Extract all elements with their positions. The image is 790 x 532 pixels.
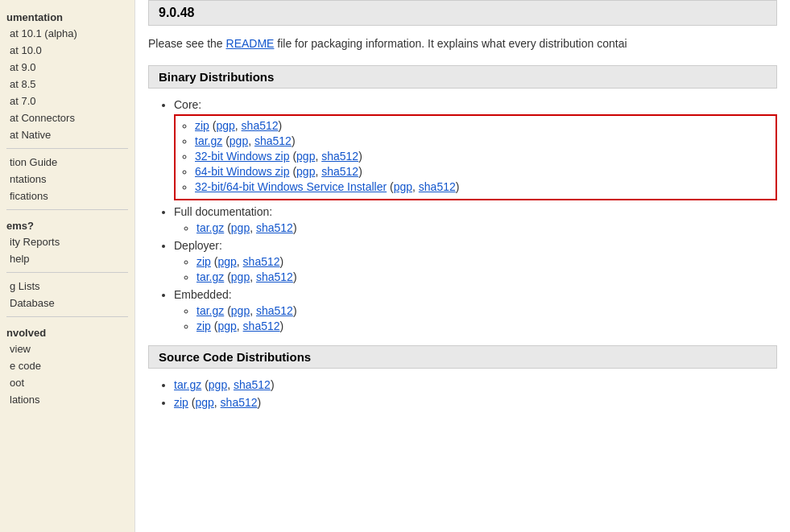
deployer-sublist: zip (pgp, sha512) tar.gz (pgp, sha512): [196, 255, 777, 283]
embedded-targz: tar.gz (pgp, sha512): [196, 304, 777, 317]
main-content: 9.0.48 Please see the README file for pa…: [135, 0, 790, 532]
sidebar-item-security-reports[interactable]: ity Reports: [0, 233, 134, 250]
deployer-targz-link[interactable]: tar.gz: [196, 270, 224, 283]
source-targz-link[interactable]: tar.gz: [174, 378, 201, 391]
core-service-installer-link[interactable]: 32-bit/64-bit Windows Service Installer: [195, 180, 387, 193]
core-sublist: zip (pgp, sha512) tar.gz (pgp, sha512) 3…: [174, 114, 777, 200]
core-zip-link[interactable]: zip: [195, 119, 209, 132]
full-doc-targz: tar.gz (pgp, sha512): [196, 221, 777, 234]
core-targz-sha512[interactable]: sha512: [254, 134, 292, 147]
sidebar-divider-3: [6, 272, 128, 273]
source-zip-sha512[interactable]: sha512: [221, 396, 258, 409]
sidebar-item-10-1-alpha[interactable]: at 10.1 (alpha): [0, 25, 134, 42]
deployer-label: Deployer:: [174, 239, 222, 252]
core-service-sha512[interactable]: sha512: [419, 180, 456, 193]
source-targz-pgp[interactable]: pgp: [209, 378, 227, 391]
sidebar-item-translations[interactable]: lations: [0, 391, 134, 408]
readme-paragraph: Please see the README file for packaging…: [148, 35, 777, 52]
embedded-zip: zip (pgp, sha512): [196, 320, 777, 332]
deployer-targz-sha512[interactable]: sha512: [256, 270, 293, 283]
deployer-zip: zip (pgp, sha512): [196, 255, 777, 268]
embedded-targz-sha512[interactable]: sha512: [256, 304, 293, 317]
sidebar-item-overview[interactable]: view: [0, 340, 134, 357]
sidebar-item-connectors[interactable]: at Connectors: [0, 109, 134, 126]
readme-pre-text: Please see the: [148, 37, 226, 50]
core-service-pgp[interactable]: pgp: [394, 180, 412, 193]
core-zip-sha512[interactable]: sha512: [242, 119, 279, 132]
core-label: Core:: [174, 98, 201, 111]
core-64bit-sha512[interactable]: sha512: [321, 165, 358, 178]
source-distributions-header: Source Code Distributions: [148, 345, 777, 369]
embedded-zip-sha512[interactable]: sha512: [243, 320, 280, 332]
sidebar-item-7-0[interactable]: at 7.0: [0, 93, 134, 109]
sidebar-item-bugoot[interactable]: oot: [0, 374, 134, 391]
source-zip-link[interactable]: zip: [174, 396, 188, 409]
embedded-item: Embedded: tar.gz (pgp, sha512) zip (pgp,…: [174, 288, 777, 332]
sidebar-item-9-0[interactable]: at 9.0: [0, 59, 134, 76]
core-64bit-pgp[interactable]: pgp: [296, 165, 315, 178]
deployer-item: Deployer: zip (pgp, sha512) tar.gz (pgp,…: [174, 239, 777, 283]
embedded-sublist: tar.gz (pgp, sha512) zip (pgp, sha512): [196, 304, 777, 332]
sidebar-item-native[interactable]: at Native: [0, 126, 134, 143]
sidebar-item-8-5[interactable]: at 8.5: [0, 76, 134, 93]
sidebar: umentation at 10.1 (alpha) at 10.0 at 9.…: [0, 0, 135, 532]
core-zip-pgp[interactable]: pgp: [216, 119, 234, 132]
source-zip: zip (pgp, sha512): [174, 396, 777, 409]
full-doc-sublist: tar.gz (pgp, sha512): [196, 221, 777, 234]
embedded-label: Embedded:: [174, 288, 232, 301]
binary-distributions-header: Binary Distributions: [148, 65, 777, 89]
deployer-zip-link[interactable]: zip: [196, 255, 211, 268]
core-link-64bit: 64-bit Windows zip (pgp, sha512): [195, 165, 772, 178]
sidebar-item-help[interactable]: help: [0, 250, 134, 267]
readme-post-text: file for packaging information. It expla…: [274, 37, 627, 50]
core-32bit-pgp[interactable]: pgp: [296, 150, 315, 163]
sidebar-item-mailing-lists[interactable]: g Lists: [0, 278, 134, 295]
readme-link[interactable]: README: [226, 37, 275, 50]
embedded-targz-link[interactable]: tar.gz: [196, 304, 224, 317]
core-link-32bit: 32-bit Windows zip (pgp, sha512): [195, 150, 772, 163]
core-link-zip: zip (pgp, sha512): [195, 119, 772, 132]
source-targz-sha512[interactable]: sha512: [234, 378, 271, 391]
sidebar-divider-4: [6, 316, 128, 317]
source-zip-pgp[interactable]: pgp: [195, 396, 213, 409]
full-doc-pgp[interactable]: pgp: [231, 221, 250, 234]
version-header: 9.0.48: [148, 0, 777, 26]
core-32bit-sha512[interactable]: sha512: [321, 150, 358, 163]
sidebar-item-specifications[interactable]: fications: [0, 188, 134, 204]
sidebar-item-database[interactable]: Database: [0, 295, 134, 311]
deployer-targz-pgp[interactable]: pgp: [231, 270, 250, 283]
core-link-service-installer: 32-bit/64-bit Windows Service Installer …: [195, 180, 772, 193]
embedded-targz-pgp[interactable]: pgp: [231, 304, 250, 317]
core-targz-link[interactable]: tar.gz: [195, 134, 222, 147]
deployer-targz: tar.gz (pgp, sha512): [196, 270, 777, 283]
source-targz: tar.gz (pgp, sha512): [174, 378, 777, 391]
core-link-targz: tar.gz (pgp, sha512): [195, 134, 772, 147]
full-doc-item: Full documentation: tar.gz (pgp, sha512): [174, 205, 777, 234]
deployer-zip-pgp[interactable]: pgp: [217, 255, 236, 268]
full-doc-label: Full documentation:: [174, 205, 272, 218]
core-64bit-link[interactable]: 64-bit Windows zip: [195, 165, 290, 178]
core-32bit-link[interactable]: 32-bit Windows zip: [195, 150, 290, 163]
sidebar-divider-1: [6, 148, 128, 149]
binary-distributions-list: Core: zip (pgp, sha512) tar.gz (pgp, sha…: [174, 98, 777, 332]
sidebar-section-problems: ems?: [0, 215, 134, 233]
sidebar-item-presentations[interactable]: ntations: [0, 171, 134, 188]
sidebar-item-source-code[interactable]: e code: [0, 357, 134, 374]
full-doc-targz-link[interactable]: tar.gz: [196, 221, 224, 234]
deployer-zip-sha512[interactable]: sha512: [243, 255, 280, 268]
embedded-zip-link[interactable]: zip: [196, 320, 211, 332]
sidebar-divider-2: [6, 209, 128, 210]
source-distributions-list: tar.gz (pgp, sha512) zip (pgp, sha512): [174, 378, 777, 409]
core-item: Core: zip (pgp, sha512) tar.gz (pgp, sha…: [174, 98, 777, 200]
sidebar-item-10-0[interactable]: at 10.0: [0, 42, 134, 59]
sidebar-section-involved: nvolved: [0, 322, 134, 340]
core-targz-pgp[interactable]: pgp: [230, 134, 248, 147]
embedded-zip-pgp[interactable]: pgp: [217, 320, 236, 332]
sidebar-item-installation-guide[interactable]: tion Guide: [0, 154, 134, 171]
sidebar-section-documentation: umentation: [0, 6, 134, 25]
full-doc-sha512[interactable]: sha512: [256, 221, 293, 234]
